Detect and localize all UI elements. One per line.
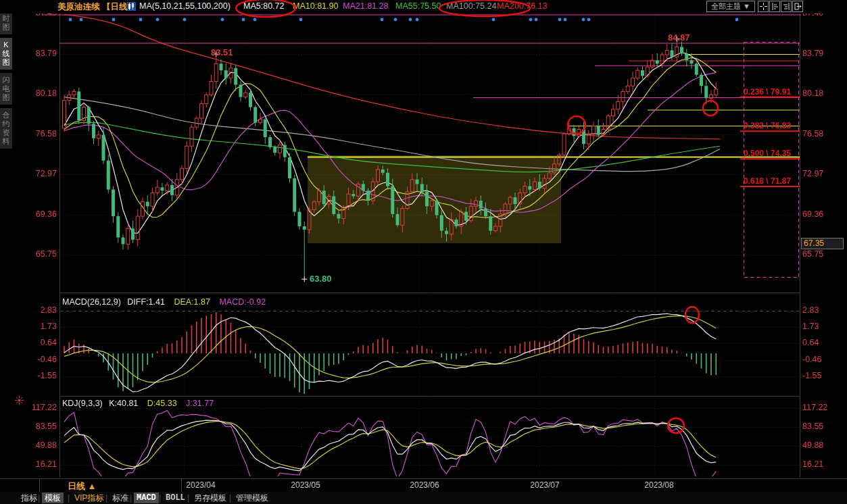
kdj-k-value: K:40.81: [109, 399, 138, 408]
macd-title: MACD(26,12,9): [62, 297, 121, 307]
axis-expand-right-icon[interactable]: [781, 1, 792, 12]
kdj-axis-label-left: 117.22: [20, 403, 57, 412]
trading-app-window: 美原油连续 【日线】 MA(5,10,21,55,100,200) MA5:80…: [0, 0, 847, 504]
chart-mode-sidebar: 分时图 K线图 闪电图 合约资料: [0, 3, 12, 152]
axis-expand-left-icon[interactable]: [769, 1, 780, 12]
macd-axis-label-right: 2.83: [802, 305, 819, 315]
bottom-tab-3[interactable]: VIP指标: [72, 493, 106, 503]
macd-axis-label-left: -1.55: [20, 371, 57, 380]
period-dropdown[interactable]: 日线 ▲: [68, 480, 96, 493]
kline-chart-icon: [127, 2, 136, 13]
macd-axis-label-left: 1.73: [20, 322, 57, 331]
kdj-title: KDJ(9,3,3): [62, 399, 103, 408]
bottom-tab-4[interactable]: 标准: [110, 493, 131, 503]
macd-axis-label-left: -0.46: [20, 355, 57, 364]
price-axis-label-left: 76.58: [20, 129, 57, 138]
ma5-value: MA5:80.72: [243, 1, 284, 11]
macd-axis-label-left: 0.64: [20, 338, 57, 347]
fib-level-label: 0.618 \ 71.87: [744, 176, 791, 186]
timeline-divider: [39, 479, 40, 492]
price-axis-label-right: 83.79: [802, 49, 823, 58]
macd-dea-value: DEA:1.87: [174, 297, 210, 307]
ma21-value: MA21:81.28: [343, 1, 388, 11]
kdj-panel-header: KDJ(9,3,3) K:40.81 D:45.33 J:31.77: [62, 399, 214, 408]
sidebar-tab-label: 闪电图: [3, 76, 10, 101]
macd-diff-value: DIFF:1.41: [127, 297, 165, 307]
tab-separator: |: [68, 493, 70, 503]
kdj-j-value: J:31.77: [186, 399, 214, 408]
month-label: 2023/04: [177, 480, 224, 490]
tab-separator: |: [38, 493, 40, 503]
kdj-axis-label-right: 117.22: [802, 403, 827, 412]
low-price-label: 63.80: [310, 274, 332, 284]
macd-macd-value: MACD:-0.92: [219, 297, 266, 307]
price-axis-label-left: 72.97: [20, 169, 57, 178]
theme-selector-dropdown[interactable]: 全部主题 ▼: [706, 1, 755, 12]
ma200-value: MA200:76.13: [497, 1, 547, 11]
macd-axis-label-right: -0.46: [802, 355, 822, 364]
bottom-tab-1[interactable]: 指标: [18, 493, 40, 503]
fib-level-label: 0.236 \ 79.91: [744, 87, 791, 97]
high-price-label: 84.87: [668, 32, 690, 43]
tab-separator: |: [159, 493, 161, 503]
price-alert-tag: 67.35: [801, 238, 844, 249]
kdj-d-value: D:45.33: [147, 399, 177, 408]
price-axis-label-left: 80.18: [20, 89, 57, 98]
sidebar-tab-label: 合约资料: [3, 111, 10, 145]
month-label: 2023/06: [401, 480, 448, 490]
ma-settings-label: MA(5,10,21,55,100,200): [139, 1, 231, 11]
kdj-axis-label-right: 49.88: [802, 440, 823, 450]
kdj-axis-label-left: 83.55: [20, 422, 57, 431]
kdj-axis-label-left: 16.21: [20, 459, 57, 469]
bottom-tab-bar: 指标模板|VIP指标|标准|MACD|BOLL|另存模板|管理模板|: [0, 492, 847, 504]
tab-separator: |: [187, 493, 189, 503]
sidebar-tab-label: K线图: [3, 41, 10, 66]
crosshair-icon[interactable]: [758, 1, 769, 12]
peak-price-label: 83.51: [211, 47, 233, 57]
bottom-tab-5[interactable]: MACD: [134, 493, 159, 503]
macd-axis-label-right: 0.64: [802, 338, 819, 347]
sidebar-tab-heyueziliao[interactable]: 合约资料: [0, 108, 12, 149]
price-axis-label-left: 83.79: [20, 49, 57, 58]
fib-level-label: 0.500 \ 74.35: [744, 149, 791, 158]
sidebar-tab-shandiantu[interactable]: 闪电图: [0, 73, 12, 105]
timeline-row: 日线 ▲ 2023/042023/052023/062023/072023/08: [0, 478, 847, 493]
macd-axis-label-right: -1.55: [802, 371, 822, 380]
price-axis-label-right: 72.97: [802, 169, 823, 178]
exit-icon[interactable]: [792, 1, 803, 12]
main-chart-canvas[interactable]: [0, 0, 847, 504]
macd-panel-header: MACD(26,12,9) DIFF:1.41 DEA:1.87 MACD:-0…: [62, 297, 266, 307]
month-label: 2023/08: [635, 480, 683, 490]
price-axis-label-right: 69.36: [802, 209, 823, 219]
price-axis-label-left: 69.36: [20, 209, 57, 219]
tab-separator: |: [130, 493, 132, 503]
symbol-title: 美原油连续: [57, 1, 100, 13]
bottom-tab-2[interactable]: 模板: [42, 493, 64, 503]
kdj-axis-label-right: 83.55: [802, 422, 823, 431]
ma55-value: MA55:75.50: [395, 1, 441, 11]
bottom-tab-6[interactable]: BOLL: [163, 493, 188, 503]
price-axis-label-left: 65.75: [20, 249, 57, 259]
ma100-value: MA100:75.24: [446, 1, 496, 11]
bottom-tab-8[interactable]: 管理模板: [233, 493, 271, 503]
month-label: 2023/07: [521, 480, 568, 490]
kdj-axis-label-left: 49.88: [20, 440, 57, 450]
month-label: 2023/05: [282, 480, 329, 490]
macd-axis-label-left: 2.83: [20, 305, 57, 315]
bottom-tab-7[interactable]: 另存模板: [191, 493, 229, 503]
fib-level-label: 0.382 \ 76.83: [744, 121, 791, 130]
price-axis-label-right: 76.58: [802, 129, 823, 138]
macd-axis-label-right: 1.73: [802, 322, 819, 331]
tab-separator: |: [105, 493, 107, 503]
price-axis-label-right: 80.18: [802, 89, 823, 98]
sidebar-tab-kline[interactable]: K线图: [0, 38, 12, 70]
price-axis-label-right: 65.75: [802, 249, 823, 259]
kdj-axis-label-right: 16.21: [802, 459, 823, 469]
ma10-value: MA10:81.90: [293, 1, 338, 11]
indicator-settings-icon[interactable]: [15, 395, 24, 407]
tab-separator: |: [229, 493, 231, 503]
